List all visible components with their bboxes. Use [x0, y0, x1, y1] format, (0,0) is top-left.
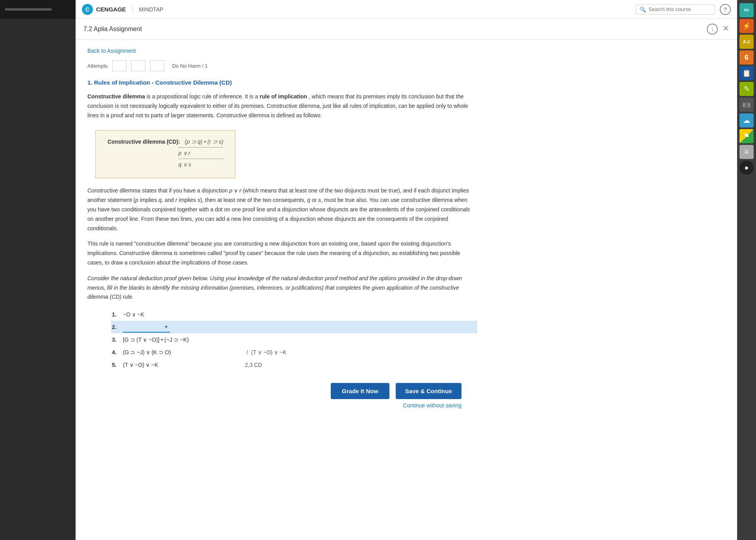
help-icon[interactable]: ? — [720, 4, 731, 15]
formula-expr-1: (p ⊃ q) • (r ⊃ s) — [185, 139, 223, 145]
formula-label: Constructive dilemma (CD): — [107, 139, 180, 145]
formula-row-3: q ∨ s — [178, 161, 223, 168]
az-icon[interactable]: A-Z — [739, 35, 754, 49]
right-sidebar: ✏ ⚡ A-Z 6 📋 ✎ ((·)) ☁ ⚑ ≡ ● — [737, 0, 756, 540]
rule-of-implication-bold: rule of implication — [259, 93, 307, 100]
cengage-icon: C — [82, 4, 93, 15]
logo-bar — [5, 8, 52, 11]
logo-divider — [132, 6, 133, 13]
content-body: Back to Assignment Attempts Do No Harm /… — [76, 40, 489, 416]
paragraph-3: This rule is named "constructive dilemma… — [87, 239, 477, 267]
proof-row-3: 3. [G ⊃ (T ∨ ~O)] • (~J ⊃ ~K) — [111, 333, 477, 346]
back-to-assignment-link[interactable]: Back to Assignment — [87, 48, 136, 54]
search-icon: 🔍 — [639, 6, 646, 13]
formula-expr-3: q ∨ s — [178, 161, 191, 168]
left-sidebar — [0, 0, 76, 540]
proof-num-4: 4. — [111, 349, 123, 355]
header-icons: i ✕ — [707, 24, 729, 35]
notebook-icon[interactable]: 📋 — [739, 66, 754, 80]
search-bar[interactable]: 🔍 — [636, 4, 715, 15]
dropdown-wrapper-2[interactable]: ▼ — [123, 322, 170, 333]
cengage-label: CENGAGE — [96, 6, 126, 13]
proof-formula-3: [G ⊃ (T ∨ ~O)] • (~J ⊃ ~K) — [123, 337, 233, 343]
edit-icon[interactable]: ✎ — [739, 82, 754, 96]
info-button[interactable]: i — [707, 24, 718, 35]
question-title: 1. Rules of Implication - Constructive D… — [87, 79, 477, 86]
formula-divider-line-2 — [178, 159, 223, 159]
attempts-label: Attempts — [87, 63, 107, 69]
pencil-icon[interactable]: ✏ — [739, 3, 754, 17]
continue-without-saving-link[interactable]: Continue without saving — [87, 402, 477, 409]
proof-just-5: 2,3 CD — [245, 362, 262, 368]
assignment-header: 7.2 Aplia Assignment i ✕ — [76, 19, 737, 40]
instruction-paragraph: Consider the natural deduction proof giv… — [87, 274, 477, 302]
constructive-dilemma-bold: Constructive dilemma — [87, 93, 145, 100]
left-sidebar-logo — [0, 0, 76, 19]
search-input[interactable] — [649, 6, 712, 12]
proof-table: 1. ~O ∨ ~K 2. ▼ 3. [G ⊃ ( — [111, 308, 477, 371]
content-area: 7.2 Aplia Assignment i ✕ Back to Assignm… — [76, 19, 737, 540]
rss-icon[interactable]: ⚡ — [739, 19, 754, 33]
proof-formula-4: (G ⊃ ~J) ∨ (K ⊃ O) — [123, 349, 233, 355]
attempts-row: Attempts Do No Harm / 1 — [87, 60, 477, 71]
six-icon[interactable]: 6 — [739, 50, 754, 65]
proof-dropdown-2[interactable] — [123, 322, 170, 333]
slash-4: / — [246, 349, 248, 355]
proof-row-4: 4. (G ⊃ ~J) ∨ (K ⊃ O) / (T ∨ ~O) ∨ ~K — [111, 346, 477, 359]
proof-row-2: 2. ▼ — [111, 321, 477, 333]
formula-box: Constructive dilemma (CD): (p ⊃ q) • (r … — [95, 130, 235, 178]
attempt-box-1 — [112, 60, 126, 71]
close-button[interactable]: ✕ — [723, 24, 729, 35]
main-area: C CENGAGE MINDTAP 🔍 ? 7.2 Aplia Assignme… — [76, 0, 737, 540]
assignment-title: 7.2 Aplia Assignment — [83, 26, 142, 33]
attempt-box-2 — [131, 60, 145, 71]
audio-icon[interactable]: ((·)) — [739, 98, 754, 112]
paragraph-1: Constructive dilemma is a propositional … — [87, 92, 477, 120]
formula-row-2: p ∨ r — [178, 150, 223, 156]
top-nav: C CENGAGE MINDTAP 🔍 ? — [76, 0, 737, 19]
cengage-logo: C CENGAGE MINDTAP — [82, 4, 163, 15]
question-title-text: Rules of Implication - Constructive Dile… — [94, 79, 232, 86]
proof-num-1: 1. — [111, 311, 123, 318]
text-1: is a propositional logic rule of inferen… — [146, 93, 259, 100]
paragraph-2: Constructive dilemma states that if you … — [87, 186, 477, 233]
proof-row-5: 5. (T ∨ ~O) ∨ ~K 2,3 CD — [111, 359, 477, 371]
grade-it-now-button[interactable]: Grade It Now — [331, 383, 389, 399]
proof-num-5: 5. — [111, 362, 123, 368]
formula-divider-line — [178, 147, 223, 148]
proof-just-4: / (T ∨ ~O) ∨ ~K — [245, 349, 287, 355]
note-icon[interactable]: ≡ — [739, 145, 754, 159]
proof-num-3: 3. — [111, 337, 123, 343]
formula-expr-2: p ∨ r — [178, 150, 190, 156]
proof-formula-5: (T ∨ ~O) ∨ ~K — [123, 362, 233, 368]
question-number: 1. — [87, 79, 93, 86]
formula-row-1: Constructive dilemma (CD): (p ⊃ q) • (r … — [107, 139, 223, 145]
proof-num-2: 2. — [111, 324, 123, 330]
attempt-box-3 — [150, 60, 164, 71]
save-continue-button[interactable]: Save & Continue — [396, 383, 461, 399]
circle-icon[interactable]: ● — [739, 161, 754, 175]
buttons-row: Grade It Now Save & Continue — [87, 383, 477, 399]
proof-formula-1: ~O ∨ ~K — [123, 311, 233, 318]
mindtap-label: MINDTAP — [139, 6, 163, 13]
cloud-icon[interactable]: ☁ — [739, 113, 754, 128]
flag-icon[interactable]: ⚑ — [739, 129, 754, 143]
proof-row-1: 1. ~O ∨ ~K — [111, 308, 477, 321]
do-no-harm-label: Do No Harm / 1 — [172, 63, 208, 69]
